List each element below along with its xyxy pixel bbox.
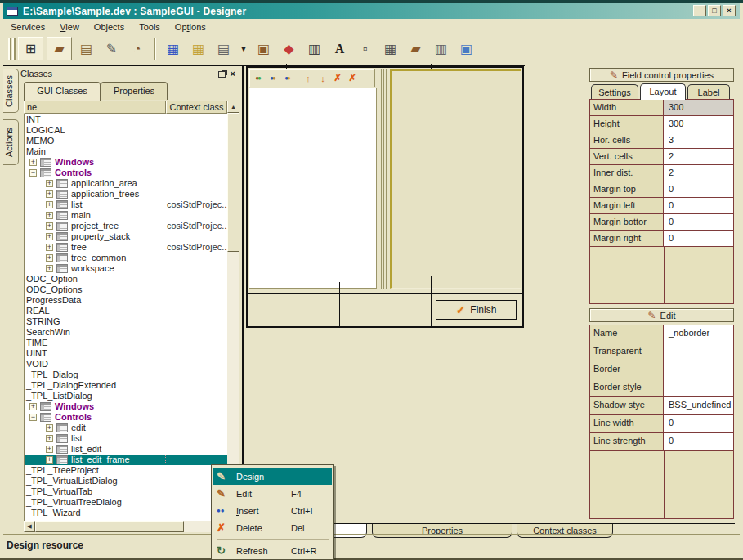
- tab-label[interactable]: Label: [687, 84, 730, 99]
- expand-icon[interactable]: +: [46, 201, 53, 208]
- property-value[interactable]: [664, 343, 733, 361]
- table-report-icon[interactable]: ▥: [303, 38, 325, 60]
- bottom-tab-properties[interactable]: Properties: [372, 524, 512, 538]
- expand-icon[interactable]: +: [29, 403, 37, 410]
- design-surface[interactable]: ●●●●●●↑↓✗✗ ✓ Finish: [246, 66, 524, 328]
- close-panel-icon[interactable]: ×: [231, 69, 235, 78]
- maximize-button[interactable]: □: [708, 5, 721, 16]
- tree-row[interactable]: Main: [25, 146, 227, 157]
- tree-row[interactable]: +list_edit: [25, 444, 227, 455]
- property-value[interactable]: 0: [664, 415, 733, 432]
- link-nodes-icon[interactable]: ●●: [280, 71, 295, 86]
- machine-icon[interactable]: ▥: [430, 38, 452, 60]
- window-design-icon[interactable]: ▣: [455, 38, 477, 60]
- tree-row[interactable]: REAL: [25, 306, 227, 316]
- property-value[interactable]: 0: [664, 433, 733, 450]
- tree-row[interactable]: +project_treecosiStdProjec...: [25, 221, 227, 231]
- tree-row[interactable]: _TPL_VirtualTreeDialog: [25, 497, 227, 508]
- eraser-brown-icon[interactable]: ▰: [405, 38, 427, 60]
- paint-tools-icon[interactable]: ◆: [278, 38, 300, 60]
- tree-row[interactable]: +Windows: [25, 157, 227, 168]
- image-frame-icon[interactable]: ▣: [253, 38, 275, 60]
- tree-row[interactable]: VOID: [25, 359, 227, 370]
- expand-icon[interactable]: +: [46, 180, 53, 187]
- checkbox[interactable]: [669, 347, 678, 356]
- collapse-icon[interactable]: −: [29, 414, 37, 421]
- property-value[interactable]: 300: [664, 100, 733, 115]
- scroll-up-icon[interactable]: ▲: [227, 101, 239, 113]
- menu-options[interactable]: Options: [168, 20, 213, 34]
- tree-row[interactable]: +application_area: [25, 178, 227, 189]
- tab-properties[interactable]: Properties: [101, 82, 168, 100]
- tree-row[interactable]: −Controls: [25, 412, 227, 423]
- eraser-icon[interactable]: ▰: [47, 37, 72, 60]
- splitter-grip[interactable]: [381, 69, 382, 289]
- tree-row[interactable]: _TPL_VirtualListDialog: [25, 476, 227, 486]
- menu-item-design[interactable]: ✎Design: [213, 468, 332, 485]
- button-control-icon[interactable]: ▫: [354, 38, 376, 60]
- tree-row[interactable]: +treecosiStdProjec...: [25, 242, 227, 253]
- menu-item-edit[interactable]: ✎EditF4: [213, 485, 332, 502]
- expand-icon[interactable]: +: [46, 212, 53, 219]
- clock-icon[interactable]: ◔: [126, 38, 148, 60]
- property-value[interactable]: [664, 361, 733, 379]
- tree-row[interactable]: ODC_Option: [25, 274, 227, 284]
- titlebar[interactable]: E:\Sample\Sample.dev : SampleGUI - Desig…: [3, 3, 740, 19]
- finish-button[interactable]: ✓ Finish: [436, 300, 517, 320]
- menu-services[interactable]: Services: [3, 20, 52, 34]
- tree-row[interactable]: SearchWin: [25, 327, 227, 338]
- insert-node-icon[interactable]: ●●: [251, 71, 266, 86]
- menu-objects[interactable]: Objects: [87, 20, 132, 34]
- tree-row[interactable]: ODC_Options: [25, 284, 227, 295]
- splitter-grip[interactable]: [386, 69, 387, 289]
- expand-icon[interactable]: +: [46, 233, 53, 240]
- dock-tab-actions[interactable]: Actions: [3, 119, 19, 165]
- property-value[interactable]: 300: [664, 116, 733, 132]
- checkbox[interactable]: [669, 365, 678, 374]
- tab-layout[interactable]: Layout: [640, 83, 686, 100]
- column-header-name[interactable]: ne: [24, 101, 166, 114]
- scroll-left-icon[interactable]: ◀: [24, 521, 35, 532]
- tree-row[interactable]: +application_trees: [25, 189, 227, 199]
- horizontal-scrollbar[interactable]: ◀ ▶: [24, 521, 227, 532]
- drive-blue-icon[interactable]: ▦: [162, 38, 184, 60]
- tree-row[interactable]: _TPL_TreeProject: [25, 465, 227, 476]
- move-down-icon[interactable]: ↓: [316, 71, 330, 86]
- menu-tools[interactable]: Tools: [132, 20, 168, 34]
- tree-row[interactable]: STRING: [25, 316, 227, 327]
- toolbar-grip[interactable]: [8, 38, 14, 60]
- property-value[interactable]: 2: [664, 149, 733, 164]
- delete-all-icon[interactable]: ✗: [345, 71, 360, 86]
- font-icon[interactable]: A: [329, 38, 351, 60]
- tree-row[interactable]: +list_edit_frame: [25, 455, 227, 465]
- minimize-button[interactable]: ─: [693, 5, 706, 16]
- property-value[interactable]: 0: [664, 231, 733, 246]
- property-value[interactable]: 0: [664, 198, 733, 213]
- expand-icon[interactable]: +: [46, 254, 53, 262]
- expand-icon[interactable]: +: [46, 456, 53, 464]
- tree-row[interactable]: +edit: [25, 423, 227, 433]
- expand-icon[interactable]: +: [29, 159, 37, 166]
- float-panel-icon[interactable]: [218, 71, 226, 78]
- tree-row[interactable]: MEMO: [25, 136, 227, 146]
- expand-icon[interactable]: +: [46, 446, 53, 453]
- tree-row[interactable]: LOGICAL: [25, 125, 227, 136]
- designed-frame-panel[interactable]: [390, 69, 521, 289]
- expand-icon[interactable]: +: [46, 265, 53, 272]
- move-up-icon[interactable]: ↑: [301, 71, 316, 86]
- tree-row[interactable]: _TPL_DialogExtended: [25, 380, 227, 391]
- tree-row[interactable]: +Windows: [25, 401, 227, 412]
- tree-row[interactable]: −Controls: [25, 168, 227, 178]
- property-value[interactable]: BSS_undefined: [664, 397, 733, 414]
- expand-icon[interactable]: +: [46, 435, 53, 442]
- tree-row[interactable]: +tree_common: [25, 253, 227, 263]
- form-window-icon[interactable]: ▤: [213, 38, 235, 60]
- expand-icon[interactable]: +: [46, 424, 53, 432]
- dropdown-arrow-icon[interactable]: ▼: [238, 38, 249, 60]
- tree-row[interactable]: +property_stack: [25, 231, 227, 242]
- tree-row[interactable]: +workspace: [25, 263, 227, 274]
- tree-row[interactable]: UINT: [25, 348, 227, 359]
- property-value[interactable]: 2: [664, 165, 733, 181]
- menu-item-delete[interactable]: ✗DeleteDel: [213, 519, 332, 536]
- tree-row[interactable]: _TPL_Dialog: [25, 370, 227, 380]
